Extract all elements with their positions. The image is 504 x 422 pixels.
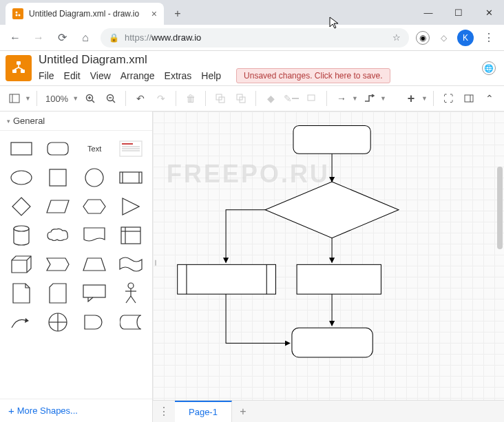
app-logo[interactable] <box>6 55 32 81</box>
home-button[interactable]: ⌂ <box>77 30 94 46</box>
waypoint-dropdown-icon[interactable]: ▼ <box>380 95 386 102</box>
browser-menu-icon[interactable]: ⋮ <box>481 30 497 46</box>
app-menu: File Edit View Arrange Extras Help Unsav… <box>39 68 475 83</box>
shape-data-storage[interactable] <box>116 310 147 335</box>
shape-curve[interactable] <box>6 310 36 335</box>
shape-diamond[interactable] <box>6 194 36 219</box>
canvas-scrollbar[interactable] <box>497 167 503 249</box>
window-controls: — ☐ ✕ <box>413 0 504 25</box>
shape-square[interactable] <box>42 165 73 190</box>
favicon <box>12 8 23 19</box>
menu-edit[interactable]: Edit <box>64 70 81 81</box>
format-panel-button[interactable] <box>460 89 478 107</box>
shape-rect-rounded[interactable] <box>42 136 73 161</box>
shape-step[interactable] <box>42 252 73 277</box>
sidebar-category-general[interactable]: General <box>0 112 152 131</box>
insert-button[interactable]: + <box>402 89 420 107</box>
shape-cube[interactable] <box>6 252 36 277</box>
to-front-button[interactable] <box>211 89 229 107</box>
app-header: Untitled Diagram.xml File Edit View Arra… <box>0 51 504 85</box>
shape-rect-sharp[interactable] <box>6 136 36 161</box>
connection-dropdown-icon[interactable]: ▼ <box>352 95 358 102</box>
fill-color-button[interactable]: ◆ <box>262 89 280 107</box>
shadow-button[interactable] <box>303 89 321 107</box>
svg-point-1 <box>16 12 18 14</box>
redo-button[interactable]: ↷ <box>152 89 170 107</box>
shape-hexagon[interactable] <box>79 194 110 219</box>
close-window-button[interactable]: ✕ <box>474 0 504 25</box>
shape-tape[interactable] <box>116 252 147 277</box>
close-tab-icon[interactable]: × <box>151 8 157 19</box>
toolbar: ▼ 100% ▼ ↶ ↷ 🗑 ◆ ✎ → ▼ ▼ + ▼ ⛶ ⌃ <box>0 85 504 112</box>
svg-rect-21 <box>465 95 473 102</box>
shape-ellipse[interactable] <box>6 165 36 190</box>
page-menu-button[interactable]: ⋮ <box>153 401 175 423</box>
shape-actor[interactable] <box>116 281 147 306</box>
collapse-button[interactable]: ⌃ <box>481 89 498 107</box>
insert-dropdown-icon[interactable]: ▼ <box>421 95 428 102</box>
new-tab-button[interactable]: + <box>168 4 187 23</box>
shape-callout[interactable] <box>79 281 110 306</box>
shape-triangle[interactable] <box>116 194 147 219</box>
canvas[interactable]: ∥ FREEPO.RU <box>153 112 504 400</box>
shape-cylinder[interactable] <box>6 223 36 248</box>
shape-trapezoid[interactable] <box>79 252 110 277</box>
undo-button[interactable]: ↶ <box>132 89 149 107</box>
diagram <box>153 112 504 400</box>
browser-tab[interactable]: Untitled Diagram.xml - draw.io × <box>6 3 164 25</box>
shape-and[interactable] <box>79 310 110 335</box>
shape-textbox[interactable] <box>116 136 147 161</box>
unsaved-changes-button[interactable]: Unsaved changes. Click here to save. <box>236 68 390 83</box>
document-title[interactable]: Untitled Diagram.xml <box>39 53 475 67</box>
reload-button[interactable]: ⟳ <box>54 30 70 46</box>
shape-circle[interactable] <box>79 165 110 190</box>
svg-point-30 <box>11 171 32 184</box>
forward-button[interactable]: → <box>30 30 47 46</box>
svg-line-10 <box>92 101 95 103</box>
language-icon[interactable]: 🌐 <box>482 61 496 75</box>
shape-cloud[interactable] <box>42 223 73 248</box>
lock-icon: 🔒 <box>109 33 119 43</box>
waypoint-button[interactable] <box>361 89 379 107</box>
menu-arrange[interactable]: Arrange <box>120 70 155 81</box>
menu-file[interactable]: File <box>39 70 54 81</box>
connection-button[interactable]: → <box>333 89 350 107</box>
svg-point-36 <box>14 226 29 231</box>
shape-parallelogram[interactable] <box>42 194 73 219</box>
minimize-button[interactable]: — <box>413 0 443 25</box>
view-mode-dropdown-icon[interactable]: ▼ <box>25 95 31 102</box>
extension-icon-1[interactable]: ◉ <box>416 31 430 45</box>
shape-process[interactable] <box>116 165 147 190</box>
back-button[interactable]: ← <box>7 30 23 46</box>
svg-rect-57 <box>292 328 372 357</box>
to-back-button[interactable] <box>232 89 250 107</box>
view-mode-button[interactable] <box>6 89 23 107</box>
svg-rect-31 <box>50 169 66 186</box>
shape-or[interactable] <box>42 310 73 335</box>
menu-extras[interactable]: Extras <box>165 70 192 81</box>
shape-internal-storage[interactable] <box>116 223 147 248</box>
svg-rect-49 <box>293 125 370 154</box>
line-color-button[interactable]: ✎ <box>282 89 300 107</box>
shape-text[interactable]: Text <box>79 136 110 161</box>
shape-note[interactable] <box>6 281 36 306</box>
browser-toolbar: ← → ⟳ ⌂ 🔒 https://www.draw.io ☆ ◉ ◇ K ⋮ <box>0 25 504 51</box>
page-tab-1[interactable]: Page-1 <box>175 401 232 423</box>
zoom-in-button[interactable] <box>81 89 99 107</box>
zoom-out-button[interactable] <box>102 89 120 107</box>
more-shapes-button[interactable]: More Shapes... <box>0 399 152 422</box>
shape-document[interactable] <box>79 223 110 248</box>
maximize-button[interactable]: ☐ <box>443 0 474 25</box>
extension-icon-2[interactable]: ◇ <box>437 31 450 45</box>
zoom-dropdown-icon[interactable]: ▼ <box>72 95 78 102</box>
profile-avatar[interactable]: K <box>457 30 474 46</box>
url-bar[interactable]: 🔒 https://www.draw.io ☆ <box>101 28 409 48</box>
fullscreen-button[interactable]: ⛶ <box>439 89 457 107</box>
zoom-value[interactable]: 100% <box>43 94 71 104</box>
add-page-button[interactable]: + <box>232 401 254 423</box>
bookmark-icon[interactable]: ☆ <box>392 32 401 43</box>
menu-help[interactable]: Help <box>201 70 221 81</box>
shape-card[interactable] <box>42 281 73 306</box>
delete-button[interactable]: 🗑 <box>182 89 200 107</box>
menu-view[interactable]: View <box>90 70 111 81</box>
